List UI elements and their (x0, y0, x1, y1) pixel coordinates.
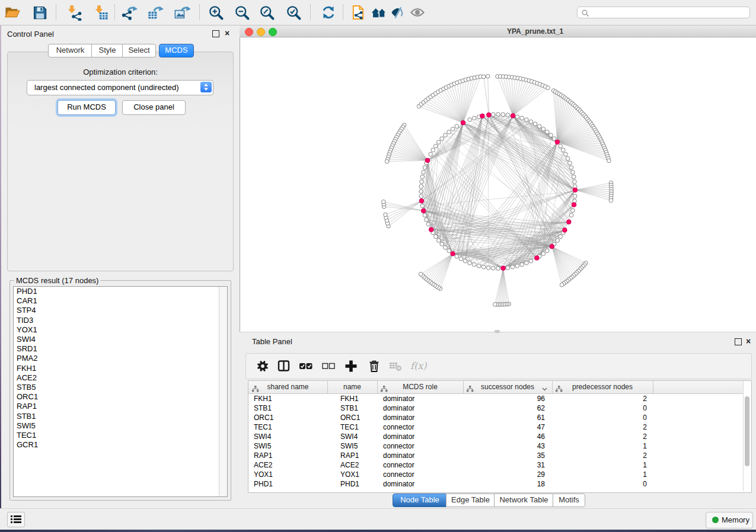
criterion-dropdown-stepper[interactable] (200, 82, 212, 92)
hide-graphics-icon[interactable] (390, 4, 406, 21)
table-panel-float-icon[interactable] (735, 338, 742, 345)
cell: 2 (599, 422, 647, 432)
export-network-icon[interactable] (121, 4, 138, 21)
select-all-icon[interactable] (299, 359, 313, 373)
refresh-icon[interactable] (320, 4, 337, 21)
tab-style[interactable]: Style (91, 44, 123, 57)
settings-icon[interactable] (256, 359, 270, 373)
function-icon[interactable]: f(x) (410, 359, 430, 373)
cell: SWI5 (340, 441, 358, 451)
cell: 2 (599, 394, 647, 403)
node-table[interactable]: shared namenameMCDS rolesuccessor nodesp… (248, 380, 752, 493)
tab-motifs[interactable]: Motifs (553, 493, 585, 507)
window-zoom-light[interactable] (269, 28, 277, 36)
result-node: STP4 (14, 306, 227, 315)
export-table-icon[interactable] (147, 4, 164, 21)
table-scrollbar[interactable] (743, 381, 751, 491)
tab-network[interactable]: Network (48, 44, 92, 57)
column-label: name (327, 383, 377, 391)
network-canvas[interactable] (240, 38, 756, 332)
tab-edge-table[interactable]: Edge Table (446, 493, 495, 507)
column-header-name[interactable]: name (327, 381, 378, 393)
run-mcds-button[interactable]: Run MCDS (58, 100, 116, 115)
mcds-result-scrollbar[interactable] (219, 287, 227, 496)
cell: STB1 (340, 403, 358, 413)
export-image-icon[interactable] (174, 4, 190, 21)
cell: 2 (599, 432, 647, 441)
zoom-out-icon[interactable] (234, 4, 250, 21)
close-panel-button[interactable]: Close panel (122, 100, 186, 115)
table-panel-close-icon[interactable]: × (746, 338, 752, 345)
home-icon[interactable] (371, 4, 387, 21)
result-node: PHD1 (14, 287, 227, 296)
cell: dominator (383, 479, 414, 489)
save-icon[interactable] (31, 4, 48, 21)
result-node: SWI4 (14, 335, 227, 344)
tab-node-table[interactable]: Node Table (393, 493, 447, 507)
toolbar-separator (343, 5, 343, 20)
criterion-dropdown[interactable]: largest connected component (undirected) (27, 80, 213, 95)
zoom-in-icon[interactable] (208, 4, 224, 21)
result-node: TID3 (14, 316, 227, 325)
show-panels-button[interactable] (7, 512, 25, 527)
cell: PHD1 (340, 479, 359, 489)
result-node: STB1 (14, 412, 227, 421)
split-view-icon[interactable] (277, 359, 291, 373)
tab-mcds[interactable]: MCDS (159, 44, 194, 57)
cell: SWI5 (254, 441, 271, 451)
tab-select[interactable]: Select (122, 44, 156, 57)
search-input[interactable] (592, 8, 748, 18)
zoom-fit-icon[interactable] (259, 4, 275, 21)
cell: TEC1 (254, 422, 272, 432)
delete-table-icon[interactable] (388, 359, 403, 373)
share-document-icon[interactable] (350, 4, 366, 21)
search-box[interactable] (577, 7, 750, 18)
cell: 29 (497, 470, 545, 479)
cell: connector (383, 441, 414, 451)
cell: 0 (599, 479, 647, 489)
node-table-header: shared namenameMCDS rolesuccessor nodesp… (248, 381, 750, 394)
column-header-shared-name[interactable]: shared name (248, 381, 328, 393)
cell: 2 (599, 451, 647, 460)
cell: 31 (497, 460, 545, 470)
cell: 96 (497, 394, 545, 403)
network-window-titlebar: YPA_prune.txt_1 (240, 25, 756, 37)
cell: connector (383, 470, 414, 479)
cell: dominator (383, 451, 414, 460)
column-header-predecessor-nodes[interactable]: predecessor nodes (552, 381, 653, 393)
window-minimize-light[interactable] (257, 28, 265, 36)
table-toolbar: f(x) (245, 353, 752, 379)
list-icon (11, 515, 21, 524)
control-panel-close-icon[interactable]: × (225, 30, 231, 37)
toolbar-separator (56, 5, 56, 20)
add-row-icon[interactable] (344, 359, 358, 373)
criterion-dropdown-value: largest connected component (undirected) (34, 83, 179, 92)
sort-chevron-icon (542, 383, 547, 394)
cell: connector (383, 422, 414, 432)
cell: TEC1 (340, 422, 359, 432)
toolbar-separator (114, 5, 115, 20)
optimization-criterion-label: Optimization criterion: (8, 68, 233, 76)
column-header-MCDS-role[interactable]: MCDS role (377, 381, 464, 393)
open-icon[interactable] (4, 4, 20, 21)
control-panel-float-icon[interactable] (212, 30, 219, 37)
splitter-grip[interactable] (495, 330, 500, 333)
import-network-icon[interactable] (65, 4, 82, 21)
mcds-result-list[interactable]: PHD1CAR1STP4TID3YOX1SWI4SRD1PMA2FKH1ACE2… (13, 286, 228, 497)
column-label: successor nodes (463, 383, 552, 391)
tab-network-table[interactable]: Network Table (494, 493, 554, 507)
import-table-icon[interactable] (92, 4, 109, 21)
cell: dominator (383, 413, 414, 422)
result-node: YOX1 (14, 325, 227, 335)
cell: 47 (497, 422, 545, 432)
zoom-selected-icon[interactable] (285, 4, 302, 21)
column-header-successor-nodes[interactable]: successor nodes (463, 381, 553, 393)
deselect-all-icon[interactable] (321, 359, 336, 373)
window-close-light[interactable] (245, 28, 253, 36)
search-icon (582, 9, 589, 17)
memory-button[interactable]: Memory (706, 512, 753, 528)
delete-row-icon[interactable] (367, 359, 381, 373)
table-scrollbar-thumb[interactable] (745, 396, 749, 466)
show-graphics-icon[interactable] (409, 4, 426, 21)
result-node: STB5 (14, 383, 227, 392)
